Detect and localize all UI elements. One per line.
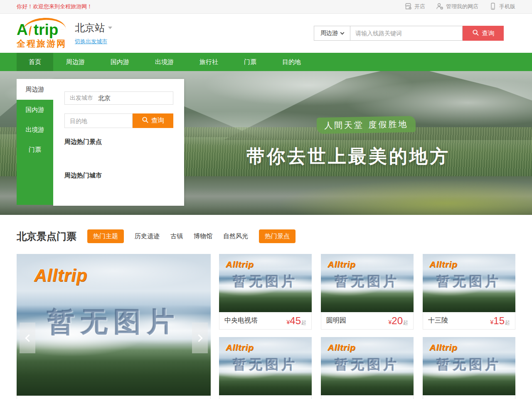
logo-swoosh-icon [22,17,66,31]
hero-title: 带你去世上最美的地方 [246,144,450,169]
product-name: 圆明园 [326,316,346,325]
placeholder-logo: Alltrip [328,259,356,269]
search-button[interactable]: 查询 [463,26,504,41]
main-nav: 首页 周边游 国内游 出境游 旅行社 门票 目的地 [0,53,532,71]
nav-item-destinations[interactable]: 目的地 [269,53,314,71]
topbar: 你好！欢迎您来到全程旅游网！ 开店 管理我的网店 手机版 [0,0,532,14]
currency-symbol: ¥ [490,319,494,325]
product-price: ¥ 20 起 [389,315,409,327]
product-name: 十三陵 [428,316,448,325]
side-menu-item-outbound[interactable]: 出境游 [17,120,53,140]
placeholder-logo: Alltrip [429,342,458,352]
side-menu-item-domestic[interactable]: 国内游 [17,100,53,120]
user-icon [436,2,443,11]
placeholder-image: Alltrip 暂无图片 [219,254,312,312]
placeholder-logo: Alltrip [226,342,254,352]
carousel-prev-button[interactable] [20,323,35,353]
shop-icon [404,2,412,11]
ticket-card-grid: Alltrip 暂无图片 中央电视塔 ¥ 45 起 Alltrip 暂无图片 [219,254,515,399]
manage-shop-link[interactable]: 管理我的网店 [436,2,478,11]
product-card[interactable]: Alltrip 暂无图片 [321,337,414,399]
chevron-down-icon [340,30,345,34]
product-card[interactable]: Alltrip 暂无图片 [219,337,312,399]
panel-search-button[interactable]: 查询 [133,113,173,128]
no-image-watermark: 暂无图片 [437,356,502,374]
tab-museums[interactable]: 博物馆 [194,232,212,240]
hero-ribbon: 人間天堂 度假胜地 [317,116,416,134]
product-price: ¥ 45 起 [287,315,307,327]
no-image-watermark: 暂无图片 [335,273,400,291]
open-shop-link[interactable]: 开店 [404,2,425,11]
placeholder-image: Alltrip 暂无图片 [17,254,211,396]
featured-carousel[interactable]: Alltrip 暂无图片 [17,254,211,399]
placeholder-image: Alltrip 暂无图片 [321,337,414,395]
site-header: Atrip 全程旅游网 北京站 切换出发城市 周边游 查询 [0,14,532,53]
currency-symbol: ¥ [389,319,392,325]
chevron-left-icon [25,334,32,342]
nav-item-travel-agency[interactable]: 旅行社 [187,53,231,71]
switch-city-link[interactable]: 切换出发城市 [75,38,107,45]
welcome-text: 你好！欢迎您来到全程旅游网！ [17,3,92,10]
placeholder-image: Alltrip 暂无图片 [423,254,515,312]
no-image-watermark: 暂无图片 [47,303,180,341]
tab-natural-scenery[interactable]: 自然风光 [223,232,248,240]
hero-side-menu: 周边游 国内游 出境游 门票 [17,79,53,205]
search-input[interactable] [350,26,463,41]
logo-wordmark: Atrip [17,19,66,37]
ticket-filter-tabs: 热门主题 历史遗迹 古镇 博物馆 自然风光 热门景点 [87,229,296,243]
nav-item-outbound-tours[interactable]: 出境游 [142,53,187,71]
product-card[interactable]: Alltrip 暂无图片 圆明园 ¥ 20 起 [321,254,414,330]
carousel-caption-bar [17,396,211,399]
product-card[interactable]: Alltrip 暂无图片 中央电视塔 ¥ 45 起 [219,254,312,330]
logo-subtitle: 全程旅游网 [17,39,66,48]
placeholder-image: Alltrip 暂无图片 [423,337,515,395]
hero-banner: 周边游 国内游 出境游 门票 出发城市 北京 查询 周边热门景点 周边热门城市 … [0,71,532,215]
no-image-watermark: 暂无图片 [335,356,400,374]
site-logo[interactable]: Atrip 全程旅游网 [17,19,66,48]
search-icon [472,29,479,37]
hot-cities-heading: 周边热门城市 [64,172,173,180]
search-category-select[interactable]: 周边游 [314,26,350,41]
product-card[interactable]: Alltrip 暂无图片 十三陵 ¥ 15 起 [423,254,515,330]
chevron-down-icon [108,27,112,29]
tab-ancient-towns[interactable]: 古镇 [170,232,183,240]
side-menu-item-nearby[interactable]: 周边游 [17,79,53,100]
city-station-block: 北京站 切换出发城市 [75,21,112,45]
section-title: 北京景点门票 [17,230,76,243]
destination-input[interactable] [64,113,133,128]
product-price: ¥ 15 起 [490,315,510,327]
nav-item-domestic-tours[interactable]: 国内游 [98,53,142,71]
station-selector[interactable]: 北京站 [75,21,112,34]
search-icon [142,116,149,125]
placeholder-logo: Alltrip [226,259,254,269]
carousel-next-button[interactable] [192,323,208,353]
no-image-watermark: 暂无图片 [437,273,502,291]
hero-search-panel: 出发城市 北京 查询 周边热门景点 周边热门城市 [53,79,184,206]
no-image-watermark: 暂无图片 [233,273,298,291]
chevron-right-icon [195,334,202,342]
topbar-links: 开店 管理我的网店 手机版 [404,2,515,11]
tab-historic-sites[interactable]: 历史遗迹 [135,232,160,240]
tab-hot-spots[interactable]: 热门景点 [259,229,296,243]
placeholder-logo: Alltrip [328,342,356,352]
phone-icon [489,2,497,11]
hot-spots-heading: 周边热门景点 [64,138,173,146]
placeholder-image: Alltrip 暂无图片 [321,254,414,312]
placeholder-image: Alltrip 暂无图片 [219,337,312,395]
nav-item-home[interactable]: 首页 [17,53,53,71]
nav-item-nearby-tours[interactable]: 周边游 [53,53,98,71]
product-card[interactable]: Alltrip 暂无图片 [423,337,515,399]
header-search: 周边游 查询 [314,26,504,41]
product-name: 中央电视塔 [224,316,258,325]
placeholder-logo: Alltrip [429,259,458,269]
placeholder-logo: Alltrip [34,266,87,286]
tickets-section: 北京景点门票 热门主题 历史遗迹 古镇 博物馆 自然风光 热门景点 Alltri… [17,229,515,399]
side-menu-item-tickets[interactable]: 门票 [17,140,53,160]
tab-hot-themes[interactable]: 热门主题 [87,229,124,243]
depart-city-field[interactable]: 出发城市 北京 [64,91,173,105]
currency-symbol: ¥ [287,319,290,325]
mobile-version-link[interactable]: 手机版 [489,2,515,11]
nav-item-tickets[interactable]: 门票 [231,53,269,71]
no-image-watermark: 暂无图片 [233,356,298,374]
